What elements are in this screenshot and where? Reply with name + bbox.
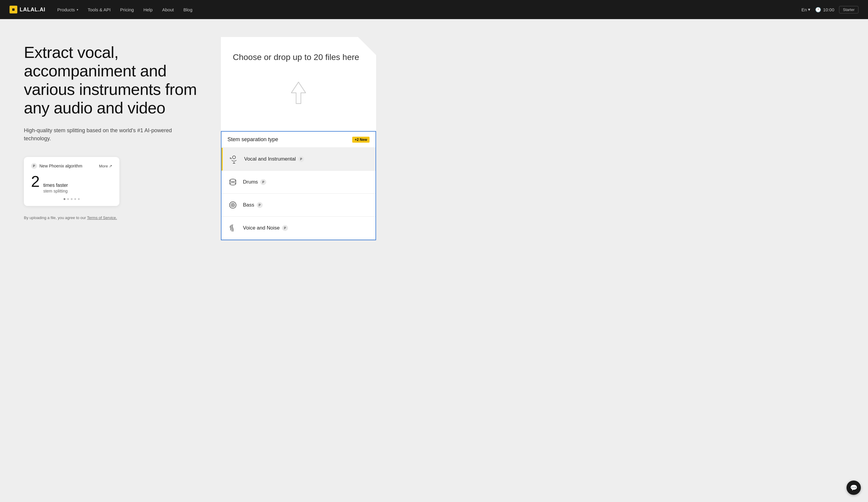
chevron-down-icon: ▾	[77, 8, 78, 11]
voice-pro-badge: P	[282, 225, 288, 231]
hero-subtitle: High-quality stem splitting based on the…	[24, 127, 197, 143]
stem-panel-header: Stem separation type +2 New	[221, 132, 375, 148]
dot-2	[67, 198, 69, 200]
chevron-down-icon: ▾	[808, 7, 810, 12]
upload-text: Choose or drop up to 20 files here	[233, 51, 364, 63]
nav-products[interactable]: Products ▾	[57, 7, 78, 12]
upload-area[interactable]: Choose or drop up to 20 files here	[221, 37, 376, 131]
chat-button[interactable]: 💬	[847, 481, 861, 495]
drums-pro-badge: P	[260, 179, 266, 185]
dot-4	[74, 198, 76, 200]
language-selector[interactable]: En ▾	[802, 7, 810, 12]
svg-point-9	[229, 202, 236, 208]
svg-point-11	[232, 205, 234, 206]
timer-display: 🕐 10:00	[815, 7, 834, 12]
dot-1	[64, 198, 65, 200]
phoenix-icon: P	[31, 163, 37, 169]
voice-noise-label: Voice and Noise P	[243, 225, 288, 231]
nav-blog[interactable]: Blog	[184, 7, 193, 12]
svg-marker-0	[291, 82, 306, 104]
right-column: Choose or drop up to 20 files here Stem …	[221, 37, 376, 240]
svg-point-1	[232, 156, 236, 159]
dot-5	[78, 198, 80, 200]
feature-desc-main: times faster	[43, 182, 68, 188]
navbar-right: En ▾ 🕐 10:00 Starter	[802, 6, 858, 13]
feature-card-body: 2 times faster stem splitting	[31, 174, 112, 194]
logo-text: LALAL.AI	[20, 7, 45, 13]
stem-option-bass[interactable]: Bass P	[221, 194, 375, 217]
bass-pro-badge: P	[257, 202, 263, 208]
upload-icon-container	[233, 81, 364, 105]
main-content: Extract vocal, accompaniment and various…	[0, 19, 868, 502]
plan-badge[interactable]: Starter	[839, 6, 858, 13]
dot-3	[71, 198, 73, 200]
nav-links: Products ▾ Tools & API Pricing Help Abou…	[57, 7, 802, 12]
terms-text: By uploading a file, you agree to our Te…	[24, 216, 197, 220]
feature-number: 2	[31, 174, 40, 189]
feature-description: times faster stem splitting	[43, 182, 68, 194]
drums-label: Drums P	[243, 179, 266, 185]
logo-icon: ■	[10, 6, 17, 13]
nav-tools[interactable]: Tools & API	[88, 7, 111, 12]
bass-icon	[227, 200, 238, 210]
hero-title: Extract vocal, accompaniment and various…	[24, 43, 197, 117]
nav-about[interactable]: About	[162, 7, 174, 12]
stem-option-voice[interactable]: Voice and Noise P	[221, 217, 375, 240]
stem-option-vocal[interactable]: Vocal and Instrumental P	[221, 148, 375, 171]
feature-card-header: P New Phoenix algorithm More ↗	[31, 163, 112, 169]
chat-icon: 💬	[850, 484, 858, 491]
more-link[interactable]: More ↗	[99, 164, 112, 168]
logo[interactable]: ■ LALAL.AI	[10, 6, 45, 13]
vocal-icon	[229, 154, 239, 165]
terms-link[interactable]: Terms of Service.	[87, 216, 117, 220]
algorithm-label: P New Phoenix algorithm	[31, 163, 82, 169]
new-badge: +2 New	[352, 137, 370, 143]
svg-point-7	[230, 182, 236, 185]
nav-help[interactable]: Help	[143, 7, 153, 12]
card-dots	[31, 198, 112, 200]
vocal-label: Vocal and Instrumental P	[244, 156, 304, 162]
navbar: ■ LALAL.AI Products ▾ Tools & API Pricin…	[0, 0, 868, 19]
stem-panel-title: Stem separation type	[227, 136, 278, 143]
left-column: Extract vocal, accompaniment and various…	[24, 37, 197, 220]
feature-desc-sub: stem splitting	[43, 189, 68, 194]
bass-label: Bass P	[243, 202, 263, 208]
svg-point-8	[230, 179, 236, 181]
voice-icon	[227, 223, 238, 233]
clock-icon: 🕐	[815, 7, 821, 12]
stem-panel: Stem separation type +2 New Vocal	[221, 131, 376, 240]
stem-option-drums[interactable]: Drums P	[221, 171, 375, 194]
nav-pricing[interactable]: Pricing	[120, 7, 134, 12]
nav-products-label: Products	[57, 7, 75, 12]
drums-icon	[227, 177, 238, 187]
vocal-pro-badge: P	[298, 156, 304, 162]
feature-card: P New Phoenix algorithm More ↗ 2 times f…	[24, 157, 120, 206]
svg-point-10	[231, 203, 235, 207]
upload-arrow-icon	[287, 81, 310, 105]
